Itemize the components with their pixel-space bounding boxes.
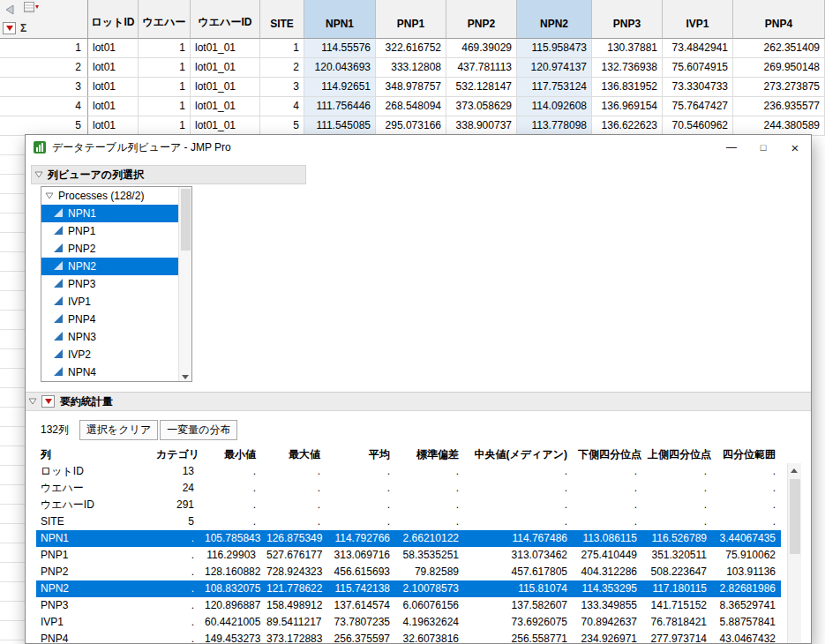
cell-ロットID[interactable]: lot01 xyxy=(88,116,139,136)
cell-ロットID[interactable]: lot01 xyxy=(88,97,139,116)
cell-ウエハーID[interactable]: lot01_01 xyxy=(191,58,260,78)
cell-PNP4[interactable]: 273.273875 xyxy=(733,78,825,97)
cell-NPN2[interactable]: 115.958473 xyxy=(517,39,592,58)
cell-PNP2[interactable]: 437.781113 xyxy=(446,58,517,78)
tree-item-PNP3[interactable]: PNP3 xyxy=(41,275,178,293)
cell-PNP4[interactable]: 244.380589 xyxy=(733,116,825,136)
distribution-button[interactable]: 一変量の分布 xyxy=(160,420,237,440)
stats-row-PNP3[interactable]: PNP3.120.896887158.498912137.6145746.060… xyxy=(36,597,781,614)
cell-PNP2[interactable]: 532.128147 xyxy=(446,78,517,97)
scroll-down-icon[interactable] xyxy=(182,375,189,379)
tree-item-PNP4[interactable]: PNP4 xyxy=(41,311,178,328)
cell-ウエハー[interactable]: 1 xyxy=(139,39,191,58)
column-header-PNP1[interactable]: PNP1 xyxy=(376,0,446,39)
scrollbar-thumb[interactable] xyxy=(181,189,191,251)
stats-row-PNP1[interactable]: PNP1.116.29903527.676177313.06971658.353… xyxy=(36,547,781,564)
cell-PNP3[interactable]: 136.622623 xyxy=(592,116,663,136)
column-header-PNP3[interactable]: PNP3 xyxy=(592,0,663,39)
tree-item-NPN2[interactable]: NPN2 xyxy=(41,258,178,275)
column-header-NPN2[interactable]: NPN2 xyxy=(517,0,592,39)
cell-ウエハー[interactable]: 1 xyxy=(139,116,191,136)
stats-row-ウエハーID[interactable]: ウエハーID291........ xyxy=(36,497,781,513)
summary-scrollbar[interactable] xyxy=(787,463,801,643)
row-number[interactable]: 4 xyxy=(0,97,88,116)
column-header-SITE[interactable]: SITE xyxy=(260,0,304,39)
column-header-ウエハー[interactable]: ウエハー xyxy=(139,0,191,39)
cell-SITE[interactable]: 5 xyxy=(260,116,304,136)
cell-PNP4[interactable]: 262.351409 xyxy=(733,39,825,58)
cell-ウエハーID[interactable]: lot01_01 xyxy=(191,78,260,97)
collapse-panel-icon[interactable] xyxy=(5,4,14,15)
column-header-IVP1[interactable]: IVP1 xyxy=(663,0,733,39)
close-button[interactable]: × xyxy=(779,135,811,160)
cell-ウエハーID[interactable]: lot01_01 xyxy=(191,39,260,58)
column-header-ウエハーID[interactable]: ウエハーID xyxy=(191,0,260,39)
scrollbar-thumb[interactable] xyxy=(790,479,800,554)
cell-PNP2[interactable]: 338.900737 xyxy=(446,116,517,136)
clear-selection-button[interactable]: 選択をクリア xyxy=(79,420,158,440)
red-triangle-menu[interactable] xyxy=(41,395,55,408)
stats-row-PNP4[interactable]: PNP4.149.453273373.172883256.37559732.60… xyxy=(36,631,781,644)
cell-PNP1[interactable]: 295.073166 xyxy=(376,116,446,136)
columns-menu-icon[interactable] xyxy=(3,22,16,34)
cell-PNP2[interactable]: 469.39029 xyxy=(446,39,517,58)
row-number[interactable]: 3 xyxy=(0,78,88,97)
stats-row-ウエハー[interactable]: ウエハー24........ xyxy=(36,480,781,497)
cell-PNP3[interactable]: 130.37881 xyxy=(592,39,663,58)
tree-item-NPN4[interactable]: NPN4 xyxy=(41,363,178,381)
column-header-NPN1[interactable]: NPN1 xyxy=(304,0,376,39)
row-number[interactable]: 5 xyxy=(0,116,88,136)
disclosure-icon[interactable] xyxy=(34,170,43,179)
stats-row-NPN1[interactable]: NPN1.105.785843126.875349114.7927662.662… xyxy=(36,530,781,547)
disclosure-icon[interactable] xyxy=(28,397,37,406)
cell-PNP2[interactable]: 373.058629 xyxy=(446,97,517,116)
stats-row-SITE[interactable]: SITE5........ xyxy=(36,513,781,530)
cell-PNP4[interactable]: 236.935577 xyxy=(733,97,825,116)
maximize-button[interactable]: □ xyxy=(747,135,779,160)
column-header-PNP2[interactable]: PNP2 xyxy=(446,0,517,39)
tree-item-NPN1[interactable]: NPN1 xyxy=(41,205,178,222)
column-header-ロットID[interactable]: ロットID xyxy=(88,0,139,39)
cell-PNP1[interactable]: 333.12808 xyxy=(376,58,446,78)
stats-row-ロットID[interactable]: ロットID13........ xyxy=(36,463,781,480)
cell-IVP1[interactable]: 75.7647427 xyxy=(663,97,733,116)
tree-item-PNP2[interactable]: PNP2 xyxy=(41,240,178,258)
tree-item-IVP2[interactable]: IVP2 xyxy=(41,346,178,363)
sigma-icon[interactable]: Σ xyxy=(20,22,26,34)
cell-IVP1[interactable]: 73.4842941 xyxy=(663,39,733,58)
cell-NPN2[interactable]: 117.753124 xyxy=(517,78,592,97)
cell-PNP1[interactable]: 268.548094 xyxy=(376,97,446,116)
cell-SITE[interactable]: 3 xyxy=(260,78,304,97)
tree-root-processes[interactable]: Processes (128/2) xyxy=(41,187,191,205)
tree-item-IVP1[interactable]: IVP1 xyxy=(41,293,178,311)
cell-NPN1[interactable]: 114.55576 xyxy=(304,39,376,58)
cell-PNP4[interactable]: 269.950148 xyxy=(733,58,825,78)
cell-PNP3[interactable]: 136.969154 xyxy=(592,97,663,116)
cell-NPN2[interactable]: 113.778098 xyxy=(517,116,592,136)
row-number[interactable]: 1 xyxy=(0,39,88,58)
cell-PNP3[interactable]: 132.736938 xyxy=(592,58,663,78)
cell-PNP1[interactable]: 322.616752 xyxy=(376,39,446,58)
cell-PNP1[interactable]: 348.978757 xyxy=(376,78,446,97)
tree-item-PNP1[interactable]: PNP1 xyxy=(41,222,178,240)
cell-SITE[interactable]: 4 xyxy=(260,97,304,116)
cell-NPN1[interactable]: 114.92651 xyxy=(304,78,376,97)
stats-row-NPN2[interactable]: NPN2.108.832075121.778622115.7421382.100… xyxy=(36,580,781,597)
cell-IVP1[interactable]: 73.3304733 xyxy=(663,78,733,97)
cell-ウエハー[interactable]: 1 xyxy=(139,97,191,116)
table-panel-icon[interactable] xyxy=(24,2,40,13)
cell-NPN2[interactable]: 114.092608 xyxy=(517,97,592,116)
column-header-PNP4[interactable]: PNP4 xyxy=(733,0,825,39)
cell-SITE[interactable]: 2 xyxy=(260,58,304,78)
dialog-titlebar[interactable]: データテーブル列ビューア - JMP Pro — □ × xyxy=(26,135,811,160)
cell-IVP1[interactable]: 75.6074915 xyxy=(663,58,733,78)
cell-ロットID[interactable]: lot01 xyxy=(88,58,139,78)
cell-NPN1[interactable]: 111.545085 xyxy=(304,116,376,136)
cell-ウエハー[interactable]: 1 xyxy=(139,78,191,97)
row-number[interactable]: 2 xyxy=(0,58,88,78)
cell-SITE[interactable]: 1 xyxy=(260,39,304,58)
scroll-up-icon[interactable] xyxy=(791,468,798,473)
tree-item-NPN3[interactable]: NPN3 xyxy=(41,328,178,346)
cell-PNP3[interactable]: 136.831952 xyxy=(592,78,663,97)
cell-IVP1[interactable]: 70.5460962 xyxy=(663,116,733,136)
